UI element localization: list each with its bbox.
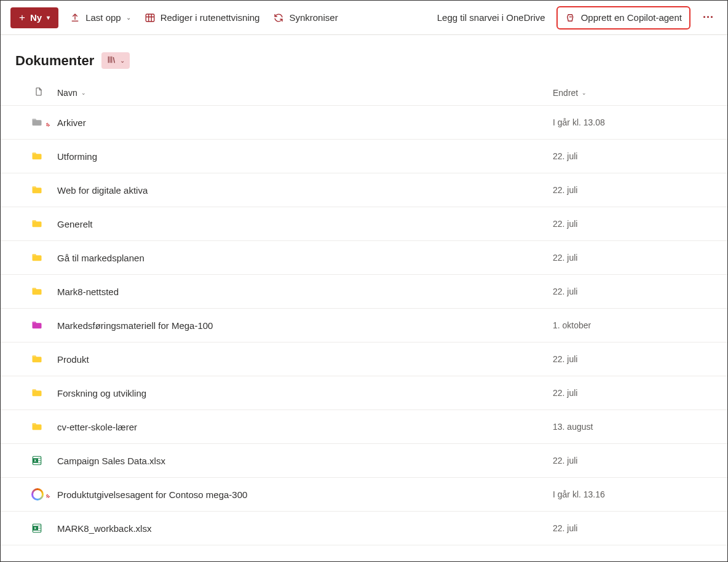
list-item[interactable]: Produktutgivelsesagent for Contoso mega-… [1,478,727,512]
create-copilot-agent-button[interactable]: Opprett en Copilot-agent [556,6,690,30]
item-modified: 22. juli [553,354,577,364]
edit-grid-label: Rediger i rutenettvisning [160,12,260,23]
sync-icon [273,12,284,23]
file-icon [34,87,44,98]
command-bar: + Ny ▾ Last opp ⌄ Rediger i rutenettvisn… [1,1,727,35]
copilot-icon [565,12,576,23]
list-item[interactable]: Web for digitale aktiva22. juli [1,173,727,207]
excel-file-icon [30,455,44,466]
item-name: Produktutgivelsesagent for Contoso mega-… [57,489,247,500]
item-icon-cell [15,218,57,229]
item-icon-cell [15,151,57,162]
item-modified: 22. juli [553,388,577,398]
folder-icon [30,252,44,263]
item-name: Web for digitale aktiva [57,185,148,196]
column-header-modified[interactable]: Endret ⌄ [553,88,713,98]
chevron-down-icon: ⌄ [582,90,587,96]
new-button[interactable]: + Ny ▾ [10,7,58,28]
list-item[interactable]: Markedsføringsmateriell for Mega-1001. o… [1,309,727,342]
list-item[interactable]: Utforming22. juli [1,140,727,173]
ellipsis-icon: ··· [703,11,714,23]
item-name: Utforming [57,151,97,162]
new-indicator-icon [46,493,51,498]
upload-button[interactable]: Last opp ⌄ [67,10,133,26]
excel-file-icon [30,523,44,534]
item-modified: 22. juli [553,185,577,195]
file-list: Navn ⌄ Endret ⌄ ArkiverI går kl. 13.08Ut… [1,80,727,545]
item-icon-cell [15,286,57,297]
folder-icon [30,354,44,365]
folder-icon [30,117,44,128]
chevron-down-icon: ⌄ [81,90,86,96]
list-item[interactable]: Gå til markedsplanen22. juli [1,241,727,275]
page-title: Dokumenter [15,53,94,69]
list-item[interactable]: Mark8-nettsted22. juli [1,275,727,309]
item-modified: I går kl. 13.08 [553,117,605,127]
add-shortcut-label: Legg til snarvei i OneDrive [437,12,545,23]
item-name: MARK8_workback.xlsx [57,523,151,534]
upload-icon [69,12,81,23]
folder-icon [30,218,44,229]
more-actions-button[interactable]: ··· [699,11,718,24]
item-name: Arkiver [57,117,86,128]
folder-icon [30,286,44,297]
item-name: cv-etter-skole-lærer [57,422,137,432]
chevron-down-icon: ▾ [47,14,50,21]
item-modified: 22. juli [553,253,577,263]
chevron-down-icon: ⌄ [126,14,131,21]
item-name: Produkt [57,354,89,365]
sync-button[interactable]: Synkroniser [271,10,340,26]
folder-icon [30,387,44,398]
item-icon-cell [15,354,57,365]
column-header-type[interactable] [15,87,57,98]
grid-icon [144,12,156,23]
sync-label: Synkroniser [289,12,338,23]
view-selector[interactable]: ⌄ [101,52,130,69]
folder-icon [30,320,44,331]
list-item[interactable]: MARK8_workback.xlsx22. juli [1,512,727,545]
create-copilot-agent-label: Opprett en Copilot-agent [581,12,682,23]
item-modified: 1. oktober [553,320,591,330]
svg-rect-0 [146,14,154,22]
folder-icon [30,151,44,162]
upload-label: Last opp [85,12,121,23]
item-icon-cell [15,421,57,432]
column-modified-label: Endret [553,88,578,98]
plus-icon: + [19,12,25,24]
column-header-name[interactable]: Navn ⌄ [57,88,86,98]
item-name: Gå til markedsplanen [57,253,144,263]
list-header: Navn ⌄ Endret ⌄ [1,80,727,106]
item-modified: 22. juli [553,523,577,533]
add-shortcut-button[interactable]: Legg til snarvei i OneDrive [435,10,548,25]
item-name: Campaign Sales Data.xlsx [57,456,165,466]
list-item[interactable]: ArkiverI går kl. 13.08 [1,106,727,140]
column-name-label: Navn [57,88,77,98]
list-item[interactable]: Campaign Sales Data.xlsx22. juli [1,444,727,478]
list-item[interactable]: Generelt22. juli [1,207,727,241]
item-modified: 22. juli [553,287,577,296]
new-button-label: Ny [30,12,42,23]
item-icon-cell [15,117,57,128]
copilot-agent-icon [31,488,44,501]
edit-grid-button[interactable]: Rediger i rutenettvisning [142,10,263,26]
item-name: Mark8-nettsted [57,287,119,297]
item-modified: 22. juli [553,151,577,161]
item-name: Forskning og utvikling [57,388,146,398]
library-icon [106,55,116,66]
item-name: Generelt [57,219,93,229]
folder-icon [30,421,44,432]
list-item[interactable]: Forskning og utvikling22. juli [1,376,727,410]
item-icon-cell [15,523,57,534]
new-indicator-icon [46,122,51,127]
item-modified: 22. juli [553,456,577,465]
chevron-down-icon: ⌄ [120,57,125,64]
folder-icon [30,184,44,196]
list-item[interactable]: Produkt22. juli [1,342,727,376]
item-name: Markedsføringsmateriell for Mega-100 [57,320,213,331]
item-icon-cell [15,488,57,501]
list-item[interactable]: cv-etter-skole-lærer13. august [1,410,727,444]
item-modified: I går kl. 13.16 [553,489,605,499]
item-icon-cell [15,320,57,331]
item-icon-cell [15,252,57,263]
item-icon-cell [15,455,57,466]
